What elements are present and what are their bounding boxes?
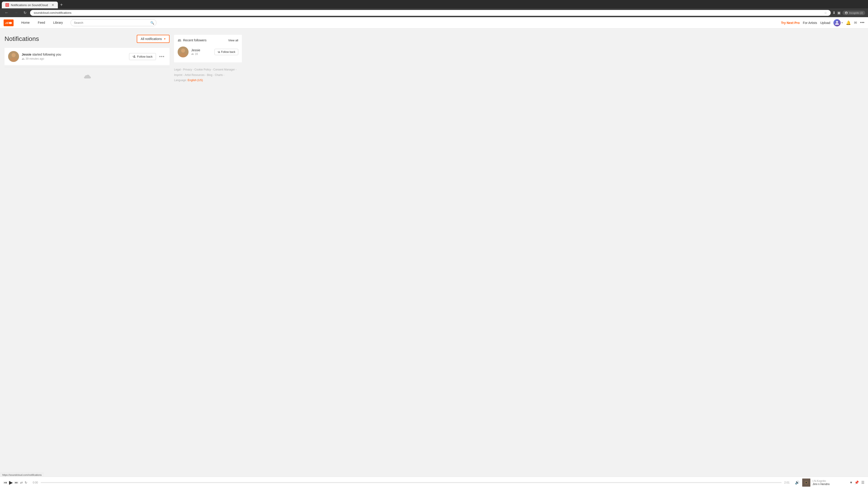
footer-language: Language: English (US) (174, 78, 242, 82)
footer-link-artist-resources[interactable]: Artist Resources (185, 73, 205, 76)
follower-count-value: 16 (195, 53, 198, 56)
nav-home[interactable]: Home (17, 18, 34, 28)
address-bar-row: ← → ↻ soundcloud.com/notifications ☆ ⬇ ▣… (0, 8, 868, 17)
filter-label: All notifications (141, 37, 162, 41)
footer-links: Legal - Privacy - Cookie Policy - Consen… (174, 67, 242, 78)
notification-time: 39 minutes ago (22, 57, 126, 60)
follower-info: Jessie 16 (191, 48, 212, 56)
footer-separator-8: - (223, 73, 224, 76)
view-all-link[interactable]: View all (228, 39, 238, 42)
footer-link-consent[interactable]: Consent Manager (213, 68, 235, 71)
sidebar: Recent followers View all Jessie (174, 35, 242, 126)
follower-avatar[interactable] (178, 46, 188, 57)
notification-body: Jessie started following you 39 minutes … (22, 53, 126, 60)
notification-actions: Follow back ••• (129, 53, 166, 60)
sidebar-button[interactable]: ▣ (837, 11, 841, 15)
language-link[interactable]: English (US) (188, 78, 203, 82)
download-button[interactable]: ⬇ (833, 11, 835, 15)
footer-separator-1: - (182, 68, 183, 71)
follower-name[interactable]: Jessie (191, 48, 212, 52)
address-text: soundcloud.com/notifications (34, 11, 824, 14)
bell-icon[interactable]: 🔔 (846, 20, 851, 25)
for-artists-link[interactable]: For Artists (803, 21, 817, 25)
incognito-label: Incognito (2) (849, 11, 863, 14)
notifications-header: Notifications All notifications ▾ (4, 35, 169, 43)
more-icon[interactable]: ••• (860, 20, 864, 25)
footer-separator-4: - (236, 68, 237, 71)
svg-point-2 (11, 53, 16, 57)
more-options-button[interactable]: ••• (158, 53, 166, 60)
recent-followers-label: Recent followers (183, 38, 207, 42)
browser-tab-bar: Notifications on SoundCloud ✕ + (0, 0, 868, 8)
add-person-icon (217, 51, 220, 53)
sidebar-follow-back-button[interactable]: Follow back (215, 49, 238, 55)
follower-count: 16 (191, 53, 212, 56)
recent-followers-header: Recent followers View all (178, 38, 238, 42)
followers-group-icon (178, 38, 181, 42)
header-actions: Try Next Pro For Artists Upload ▾ 🔔 ✉ ••… (781, 19, 864, 26)
footer-link-legal[interactable]: Legal (174, 68, 181, 71)
try-next-pro-link[interactable]: Try Next Pro (781, 21, 800, 25)
sc-logo[interactable] (4, 20, 13, 26)
svg-point-5 (181, 48, 185, 53)
search-icon[interactable]: 🔍 (150, 21, 154, 25)
notification-user[interactable]: Jessie (22, 53, 31, 56)
tab-favicon (5, 3, 9, 7)
tab-close-icon[interactable]: ✕ (52, 3, 54, 7)
footer-link-blog[interactable]: Blog (207, 73, 212, 76)
recent-followers-title: Recent followers (178, 38, 207, 42)
notification-item: Jessie started following you 39 minutes … (4, 48, 169, 65)
filter-dropdown[interactable]: All notifications ▾ (137, 35, 169, 43)
sc-main: Notifications All notifications ▾ Jessie… (0, 29, 868, 141)
footer-link-privacy[interactable]: Privacy (183, 68, 192, 71)
browser-tab[interactable]: Notifications on SoundCloud ✕ (2, 2, 58, 8)
footer-link-charts[interactable]: Charts (215, 73, 223, 76)
follower-item: Jessie 16 Follow back (178, 45, 238, 59)
notification-avatar[interactable] (8, 51, 19, 62)
svg-point-0 (9, 22, 12, 24)
avatar-group: ▾ (833, 19, 843, 26)
notifications-panel: Notifications All notifications ▾ Jessie… (4, 35, 169, 126)
follow-back-label: Follow back (137, 55, 153, 58)
upload-link[interactable]: Upload (820, 21, 830, 25)
back-button[interactable]: ← (3, 10, 10, 16)
follower-count-icon (191, 53, 194, 55)
notification-timestamp: 39 minutes ago (26, 57, 44, 60)
svg-point-3 (10, 57, 17, 62)
tab-title: Notifications on SoundCloud (11, 3, 48, 7)
forward-button[interactable]: → (12, 10, 20, 16)
notifications-title: Notifications (4, 35, 39, 42)
incognito-badge: Incognito (2) (842, 11, 865, 15)
notification-action: started following you (32, 53, 61, 56)
reload-button[interactable]: ↻ (22, 10, 28, 15)
follow-back-button[interactable]: Follow back (129, 53, 156, 60)
sc-header: Home Feed Library 🔍 Try Next Pro For Art… (0, 17, 868, 29)
user-avatar[interactable] (833, 19, 841, 26)
search-wrap: 🔍 (70, 19, 156, 26)
search-input[interactable] (70, 19, 156, 26)
followers-icon (22, 57, 25, 60)
sc-nav: Home Feed Library (17, 18, 67, 28)
address-bar[interactable]: soundcloud.com/notifications ☆ (30, 10, 831, 16)
footer-separator-5: - (183, 73, 185, 76)
sidebar-follow-back-label: Follow back (221, 51, 235, 54)
nav-feed[interactable]: Feed (34, 18, 49, 28)
footer-separator-2: - (193, 68, 194, 71)
bookmark-icon[interactable]: ☆ (824, 11, 827, 15)
svg-point-6 (180, 53, 186, 57)
language-label: Language: (174, 78, 187, 82)
footer-link-imprint[interactable]: Imprint (174, 73, 182, 76)
follow-icon (132, 55, 135, 58)
nav-library[interactable]: Library (49, 18, 67, 28)
avatar-chevron-icon[interactable]: ▾ (842, 22, 843, 24)
end-of-notifications-icon (4, 69, 169, 85)
new-tab-button[interactable]: + (58, 1, 65, 8)
dropdown-arrow-icon: ▾ (164, 37, 165, 40)
recent-followers-section: Recent followers View all Jessie (174, 35, 242, 62)
footer-link-cookie[interactable]: Cookie Policy (194, 68, 211, 71)
notification-text: Jessie started following you (22, 53, 126, 56)
mail-icon[interactable]: ✉ (854, 21, 857, 25)
